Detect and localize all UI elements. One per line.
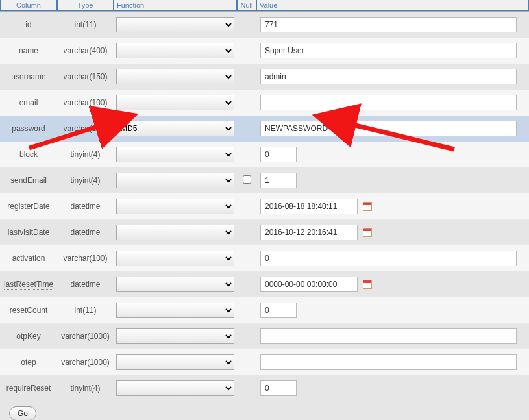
value-input-name[interactable] [260, 43, 517, 58]
function-select-password[interactable]: MD5 [116, 121, 234, 136]
function-select-registerDate[interactable] [116, 199, 234, 214]
type-label-name: varchar(400) [57, 46, 114, 55]
column-label-registerDate: registerDate [0, 202, 57, 211]
type-label-activation: varchar(100) [57, 254, 114, 263]
value-cell-resetCount [256, 303, 529, 318]
field-row-requireReset: requireResettinyint(4) [0, 375, 529, 401]
column-label-otep: otep [0, 358, 57, 367]
function-select-otep[interactable] [116, 354, 234, 370]
function-cell-sendEmail [114, 173, 237, 188]
type-label-lastvisitDate: datetime [57, 228, 114, 237]
null-cell-sendEmail [237, 175, 256, 186]
value-input-block[interactable] [260, 147, 297, 162]
type-label-password: varchar(100) [57, 124, 114, 133]
field-row-lastResetTime: lastResetTimedatetime [0, 271, 529, 297]
go-button[interactable]: Go [9, 406, 36, 420]
value-input-password[interactable] [260, 121, 517, 136]
column-label-sendEmail: sendEmail [0, 176, 57, 185]
function-select-otpKey[interactable] [116, 328, 234, 344]
function-select-id[interactable] [116, 17, 234, 32]
function-cell-otep [114, 354, 237, 370]
value-cell-otep [256, 354, 529, 370]
field-row-registerDate: registerDatedatetime [0, 193, 529, 219]
function-cell-lastvisitDate [114, 225, 237, 240]
value-input-sendEmail[interactable] [260, 173, 297, 188]
function-select-lastResetTime[interactable] [116, 277, 234, 292]
calendar-icon[interactable] [363, 280, 372, 289]
column-label-name: name [0, 46, 57, 55]
function-select-sendEmail[interactable] [116, 173, 234, 188]
function-select-email[interactable] [116, 95, 234, 110]
column-label-otpKey: otpKey [0, 332, 57, 341]
type-label-lastResetTime: datetime [57, 280, 114, 289]
header-value: Value [256, 0, 529, 11]
type-label-block: tinyint(4) [57, 150, 114, 159]
value-input-registerDate[interactable] [260, 199, 358, 214]
function-cell-id [114, 17, 237, 32]
value-cell-password [256, 121, 529, 136]
type-label-otpKey: varchar(1000) [57, 332, 114, 341]
value-cell-name [256, 43, 529, 58]
column-label-lastResetTime: lastResetTime [0, 280, 57, 289]
column-label-block: block [0, 150, 57, 159]
function-cell-activation [114, 251, 237, 266]
function-select-resetCount[interactable] [116, 303, 234, 318]
footer: Go [0, 401, 529, 420]
value-input-otpKey[interactable] [260, 328, 517, 344]
function-select-activation[interactable] [116, 251, 234, 266]
field-row-resetCount: resetCountint(11) [0, 297, 529, 323]
value-cell-email [256, 95, 529, 110]
function-cell-password: MD5 [114, 121, 237, 136]
value-input-activation[interactable] [260, 251, 517, 266]
column-label-resetCount: resetCount [0, 306, 57, 315]
type-label-username: varchar(150) [57, 72, 114, 81]
field-row-otpKey: otpKeyvarchar(1000) [0, 323, 529, 349]
calendar-icon[interactable] [363, 202, 372, 211]
field-row-email: emailvarchar(100) [0, 90, 529, 116]
value-cell-id [256, 17, 529, 32]
function-select-name[interactable] [116, 43, 234, 58]
value-input-username[interactable] [260, 69, 517, 84]
field-row-sendEmail: sendEmailtinyint(4) [0, 167, 529, 193]
function-cell-registerDate [114, 199, 237, 214]
column-label-id: id [0, 20, 57, 29]
field-row-otep: otepvarchar(1000) [0, 349, 529, 375]
null-checkbox-sendEmail[interactable] [243, 175, 251, 184]
function-select-username[interactable] [116, 69, 234, 84]
type-label-registerDate: datetime [57, 202, 114, 211]
function-cell-username [114, 69, 237, 84]
column-label-username: username [0, 72, 57, 81]
function-cell-email [114, 95, 237, 110]
value-input-otep[interactable] [260, 354, 517, 370]
value-input-lastvisitDate[interactable] [260, 225, 358, 240]
value-cell-username [256, 69, 529, 84]
value-cell-block [256, 147, 529, 162]
function-cell-otpKey [114, 328, 237, 344]
field-row-lastvisitDate: lastvisitDatedatetime [0, 219, 529, 245]
function-cell-requireReset [114, 380, 237, 396]
value-input-id[interactable] [260, 17, 517, 32]
function-select-lastvisitDate[interactable] [116, 225, 234, 240]
field-row-username: usernamevarchar(150) [0, 64, 529, 90]
table-header: Column Type Function Null Value [0, 0, 529, 12]
type-label-id: int(11) [57, 20, 114, 29]
column-label-activation: activation [0, 254, 57, 263]
function-cell-resetCount [114, 303, 237, 318]
header-type: Type [57, 0, 114, 11]
column-label-password: password [0, 124, 57, 133]
header-column: Column [0, 0, 57, 11]
value-input-requireReset[interactable] [260, 380, 297, 396]
value-cell-lastvisitDate [256, 225, 529, 240]
field-row-id: idint(11) [0, 12, 529, 38]
type-label-otep: varchar(1000) [57, 358, 114, 367]
function-select-block[interactable] [116, 147, 234, 162]
value-input-lastResetTime[interactable] [260, 277, 358, 292]
value-cell-lastResetTime [256, 277, 529, 292]
value-input-email[interactable] [260, 95, 517, 110]
type-label-sendEmail: tinyint(4) [57, 176, 114, 185]
type-label-email: varchar(100) [57, 98, 114, 107]
calendar-icon[interactable] [363, 228, 372, 237]
function-select-requireReset[interactable] [116, 380, 234, 396]
field-row-block: blocktinyint(4) [0, 142, 529, 167]
value-input-resetCount[interactable] [260, 303, 297, 318]
